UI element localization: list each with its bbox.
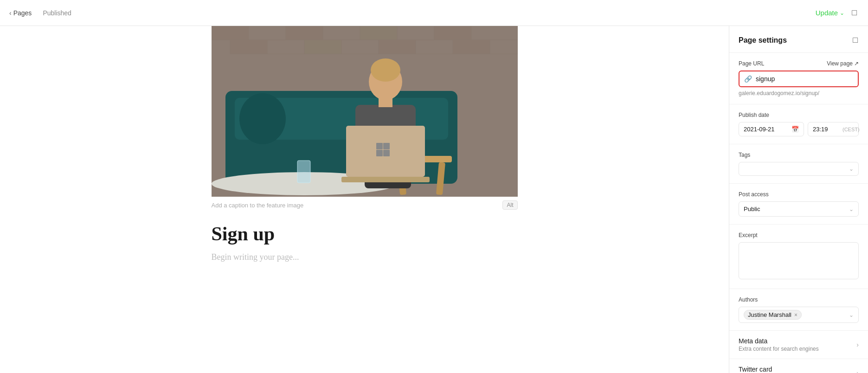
main-layout: Add a caption to the feature image Alt S… — [0, 26, 868, 373]
svg-rect-35 — [383, 150, 390, 156]
topbar-left: ‹ Pages Published — [9, 9, 412, 17]
back-button[interactable]: ‹ Pages — [9, 9, 32, 17]
excerpt-textarea[interactable] — [739, 242, 859, 279]
twitter-card-title: Twitter card — [739, 366, 856, 373]
authors-chevron-icon: ⌄ — [849, 312, 854, 318]
excerpt-label: Excerpt — [739, 232, 859, 238]
twitter-card-text: Twitter card Customize structured data f… — [739, 366, 856, 373]
access-value: Public — [744, 206, 849, 212]
page-url-label: Page URL View page ↗ — [739, 60, 859, 67]
twitter-card-row[interactable]: Twitter card Customize structured data f… — [729, 359, 868, 373]
tags-label: Tags — [739, 152, 859, 158]
date-input-wrapper: 📅 — [739, 122, 804, 136]
image-alt-button[interactable]: Alt — [502, 200, 517, 210]
svg-point-20 — [239, 93, 286, 144]
post-access-section: Post access Public ⌄ — [729, 184, 868, 225]
authors-label: Authors — [739, 296, 859, 303]
timezone-label: (CEST) — [842, 127, 860, 132]
url-input-wrapper: 🔗 — [739, 71, 859, 87]
author-remove-button[interactable]: × — [794, 312, 797, 318]
svg-rect-32 — [376, 143, 383, 149]
url-input[interactable] — [756, 75, 853, 83]
editor-content: Sign up Begin writing your page... — [212, 223, 518, 262]
feature-image-svg — [212, 26, 518, 197]
svg-rect-36 — [341, 177, 430, 182]
sidebar-title: Page settings — [739, 36, 787, 45]
svg-rect-22 — [297, 161, 310, 183]
svg-rect-34 — [376, 150, 383, 156]
feature-image-wrapper: Add a caption to the feature image Alt — [212, 26, 518, 213]
meta-data-text: Meta data Extra content for search engin… — [739, 337, 856, 352]
feature-image[interactable] — [212, 26, 518, 197]
tags-chevron-icon: ⌄ — [849, 166, 854, 172]
url-full-display: galerie.eduardogomez.io/signup/ — [739, 90, 859, 96]
preview-button[interactable]: □ — [850, 6, 859, 19]
svg-rect-33 — [383, 143, 390, 149]
topbar: ‹ Pages Published Update ⌄ □ — [0, 0, 868, 26]
pages-link[interactable]: Pages — [13, 9, 32, 17]
svg-point-30 — [371, 58, 400, 82]
image-caption-placeholder[interactable]: Add a caption to the feature image — [212, 202, 304, 209]
date-input[interactable] — [744, 126, 790, 133]
tags-section: Tags ⌄ — [729, 144, 868, 184]
calendar-icon: 📅 — [791, 126, 799, 133]
access-select[interactable]: Public ⌄ — [739, 201, 859, 217]
sidebar-preview-icon: □ — [853, 35, 858, 45]
meta-data-title: Meta data — [739, 337, 856, 345]
view-page-link[interactable]: View page ↗ — [827, 60, 859, 67]
status-badge: Published — [43, 9, 71, 17]
editor-body[interactable]: Begin writing your page... — [212, 252, 518, 262]
back-chevron-icon: ‹ — [9, 9, 12, 17]
update-button[interactable]: Update ⌄ — [816, 6, 844, 19]
page-url-section: Page URL View page ↗ 🔗 galerie.eduardogo… — [729, 53, 868, 104]
editor-area: Add a caption to the feature image Alt S… — [0, 26, 729, 373]
external-link-icon: ↗ — [854, 60, 859, 67]
time-input-wrapper: (CEST) — [808, 122, 859, 136]
topbar-right: Update ⌄ □ — [816, 6, 859, 19]
post-access-label: Post access — [739, 191, 859, 198]
link-icon: 🔗 — [744, 75, 752, 83]
excerpt-section: Excerpt — [729, 225, 868, 289]
twitter-card-chevron-icon: › — [856, 369, 859, 373]
date-time-row: 📅 (CEST) — [739, 122, 859, 136]
preview-icon: □ — [852, 8, 857, 18]
update-label: Update — [816, 9, 838, 17]
sidebar-preview-button[interactable]: □ — [852, 34, 859, 46]
image-caption-bar: Add a caption to the feature image Alt — [212, 197, 518, 213]
access-chevron-icon: ⌄ — [849, 206, 854, 212]
meta-data-chevron-icon: › — [856, 341, 859, 348]
tags-select[interactable]: ⌄ — [739, 162, 859, 176]
sidebar-header: Page settings □ — [729, 26, 868, 53]
update-chevron-icon: ⌄ — [840, 10, 844, 16]
publish-date-label: Publish date — [739, 112, 859, 118]
meta-data-subtitle: Extra content for search engines — [739, 346, 856, 352]
meta-data-row[interactable]: Meta data Extra content for search engin… — [729, 331, 868, 359]
authors-section: Authors Justine Marshall × ⌄ — [729, 289, 868, 331]
author-name: Justine Marshall — [748, 311, 791, 318]
right-sidebar: Page settings □ Page URL View page ↗ 🔗 g… — [729, 26, 868, 373]
author-chip-justine: Justine Marshall × — [744, 310, 802, 320]
time-input[interactable] — [813, 126, 841, 133]
publish-date-section: Publish date 📅 (CEST) — [729, 104, 868, 144]
editor-title[interactable]: Sign up — [212, 223, 518, 245]
authors-select[interactable]: Justine Marshall × ⌄ — [739, 307, 859, 323]
